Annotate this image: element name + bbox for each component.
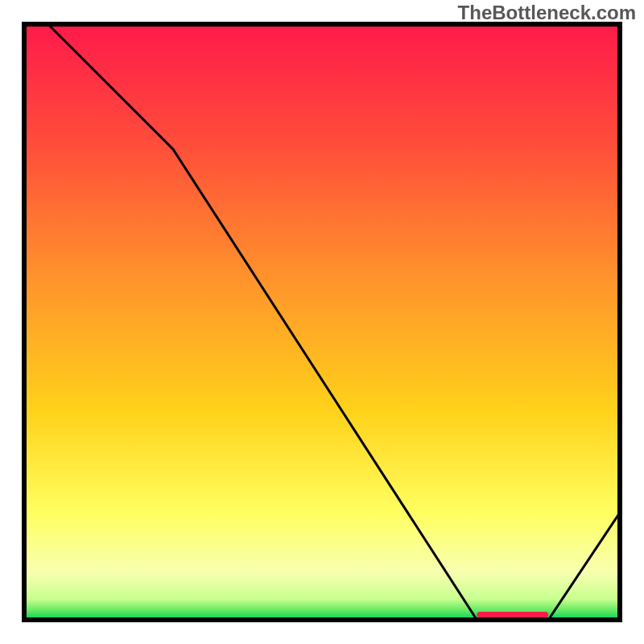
chart-background-gradient [24, 24, 620, 620]
minimum-marker [477, 612, 548, 617]
bottleneck-chart [0, 0, 644, 644]
